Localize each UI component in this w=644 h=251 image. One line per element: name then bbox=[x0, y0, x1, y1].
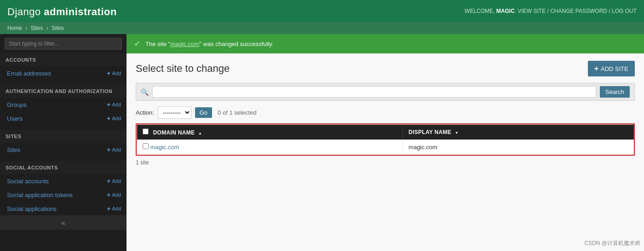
plus-icon: + bbox=[107, 205, 110, 212]
plus-icon: + bbox=[107, 191, 110, 198]
breadcrumb: Home › Sites › Sites bbox=[0, 22, 644, 34]
change-password-link[interactable]: CHANGE PASSWORD bbox=[550, 8, 607, 14]
add-label: Add bbox=[112, 178, 121, 184]
sep2: / bbox=[609, 8, 612, 14]
add-site-button[interactable]: + ADD SITE bbox=[588, 61, 635, 76]
sidebar-add-users[interactable]: + Add bbox=[107, 115, 121, 122]
username: MAGIC bbox=[496, 8, 515, 14]
search-input[interactable] bbox=[152, 86, 596, 98]
check-icon: ✔ bbox=[134, 39, 141, 49]
table-row: magic.com magic.com bbox=[137, 140, 634, 155]
sidebar-section-title-social: SOCIAL ACCOUNTS bbox=[0, 161, 126, 174]
sidebar-section-title-sites: SITES bbox=[0, 130, 126, 143]
content-header: Select site to change + ADD SITE bbox=[136, 61, 635, 76]
add-site-plus-icon: + bbox=[594, 64, 598, 73]
breadcrumb-sites[interactable]: Sites bbox=[31, 25, 43, 31]
add-label: Add bbox=[112, 116, 121, 121]
domain-link[interactable]: magic.com bbox=[150, 144, 179, 151]
main-layout: ACCOUNTS Email addresses + Add AUTHENTIC… bbox=[0, 34, 644, 251]
sort-icons-domain[interactable]: ▲ bbox=[198, 132, 202, 135]
sidebar-item-social-accounts[interactable]: Social accounts + Add bbox=[0, 174, 126, 188]
title-text: Django bbox=[7, 6, 41, 18]
plus-icon: + bbox=[107, 70, 110, 77]
plus-icon: + bbox=[107, 101, 110, 108]
sidebar-add-groups[interactable]: + Add bbox=[107, 101, 121, 108]
sidebar-add-social-apps[interactable]: + Add bbox=[107, 205, 121, 212]
table-header-domain: DOMAIN NAME ▲ bbox=[137, 125, 403, 140]
sidebar-link-groups[interactable]: Groups bbox=[7, 101, 27, 108]
result-table: DOMAIN NAME ▲ DISPLAY NAME ▼ bbox=[137, 124, 634, 155]
go-button[interactable]: Go bbox=[195, 107, 212, 118]
sidebar-item-social-tokens[interactable]: Social application tokens + Add bbox=[0, 188, 126, 202]
sidebar-link-social-apps[interactable]: Social applications bbox=[7, 205, 57, 212]
success-text: The site "magic.com" was changed success… bbox=[145, 41, 274, 47]
sidebar-add-social-tokens[interactable]: + Add bbox=[107, 191, 121, 198]
sidebar-link-social-accounts[interactable]: Social accounts bbox=[7, 178, 49, 185]
search-icon: 🔍 bbox=[141, 88, 149, 96]
success-message: ✔ The site "magic.com" was changed succe… bbox=[126, 34, 644, 53]
table-header-display: DISPLAY NAME ▼ bbox=[403, 125, 634, 140]
page-title: Select site to change bbox=[136, 63, 230, 75]
result-count: 1 site bbox=[136, 159, 635, 166]
success-text-before: The site " bbox=[145, 41, 170, 47]
content-inner: Select site to change + ADD SITE 🔍 Searc… bbox=[126, 53, 644, 173]
domain-header-label: DOMAIN NAME bbox=[153, 129, 195, 136]
breadcrumb-sep1: › bbox=[25, 25, 27, 31]
sidebar-item-social-apps[interactable]: Social applications + Add bbox=[0, 202, 126, 216]
search-button[interactable]: Search bbox=[600, 86, 630, 98]
breadcrumb-sep2: › bbox=[46, 25, 48, 31]
sidebar-item-users[interactable]: Users + Add bbox=[0, 111, 126, 125]
plus-icon: + bbox=[107, 115, 110, 122]
action-label: Action: bbox=[136, 109, 154, 116]
display-header-label: DISPLAY NAME bbox=[408, 129, 451, 135]
sidebar-section-accounts: ACCOUNTS Email addresses + Add bbox=[0, 53, 126, 80]
sidebar-divider-1 bbox=[0, 80, 126, 85]
breadcrumb-home[interactable]: Home bbox=[7, 25, 22, 31]
selected-count: 0 of 1 selected bbox=[218, 109, 257, 116]
site-title-link[interactable]: Django administration bbox=[7, 6, 117, 18]
table-header-row: DOMAIN NAME ▲ DISPLAY NAME ▼ bbox=[137, 125, 634, 140]
sort-icons-display[interactable]: ▼ bbox=[455, 131, 459, 135]
add-label: Add bbox=[112, 206, 121, 211]
content-area: ✔ The site "magic.com" was changed succe… bbox=[126, 34, 644, 251]
sidebar-divider-2 bbox=[0, 125, 126, 130]
title-strong: administration bbox=[44, 6, 117, 18]
sidebar-section-title-auth: AUTHENTICATION AND AUTHORIZATION bbox=[0, 85, 126, 98]
sort-asc-icon: ▲ bbox=[198, 132, 202, 135]
sidebar-filter-input[interactable] bbox=[5, 38, 122, 50]
sidebar-collapse-button[interactable]: « bbox=[0, 216, 126, 230]
plus-icon: + bbox=[107, 146, 110, 153]
sidebar-section-social: SOCIAL ACCOUNTS Social accounts + Add So… bbox=[0, 161, 126, 216]
sidebar-add-social-accounts[interactable]: + Add bbox=[107, 177, 121, 185]
table-body: magic.com magic.com bbox=[137, 140, 634, 155]
view-site-link[interactable]: VIEW SITE bbox=[518, 8, 546, 14]
table-head: DOMAIN NAME ▲ DISPLAY NAME ▼ bbox=[137, 125, 634, 140]
add-label: Add bbox=[112, 192, 121, 198]
add-label: Add bbox=[112, 147, 121, 152]
sidebar-link-sites[interactable]: Sites bbox=[7, 146, 20, 153]
sidebar-item-sites[interactable]: Sites + Add bbox=[0, 143, 126, 157]
add-label: Add bbox=[112, 70, 121, 76]
sidebar-link-email-addresses[interactable]: Email addresses bbox=[7, 70, 51, 77]
sidebar-add-sites[interactable]: + Add bbox=[107, 146, 121, 153]
welcome-text: WELCOME, bbox=[465, 8, 494, 14]
row-checkbox[interactable] bbox=[143, 143, 149, 149]
sidebar-link-social-tokens[interactable]: Social application tokens bbox=[7, 192, 73, 198]
log-out-link[interactable]: LOG OUT bbox=[612, 8, 637, 14]
sidebar-section-title-accounts: ACCOUNTS bbox=[0, 53, 126, 66]
header: Django administration WELCOME, MAGIC. VI… bbox=[0, 0, 644, 22]
action-select[interactable]: --------- bbox=[158, 106, 191, 119]
add-site-label: ADD SITE bbox=[601, 65, 628, 72]
success-site-link[interactable]: magic.com bbox=[170, 41, 199, 47]
plus-icon: + bbox=[107, 177, 110, 185]
sidebar-link-users[interactable]: Users bbox=[7, 115, 23, 122]
search-bar: 🔍 Search bbox=[136, 83, 635, 101]
breadcrumb-sites2[interactable]: Sites bbox=[52, 25, 64, 31]
add-label: Add bbox=[112, 102, 121, 107]
sidebar-item-groups[interactable]: Groups + Add bbox=[0, 98, 126, 111]
select-all-checkbox[interactable] bbox=[143, 128, 149, 134]
sidebar-section-sites: SITES Sites + Add bbox=[0, 130, 126, 157]
sidebar-item-email-addresses[interactable]: Email addresses + Add bbox=[0, 66, 126, 80]
site-title: Django administration bbox=[7, 4, 117, 18]
sidebar-add-email-addresses[interactable]: + Add bbox=[107, 70, 121, 77]
